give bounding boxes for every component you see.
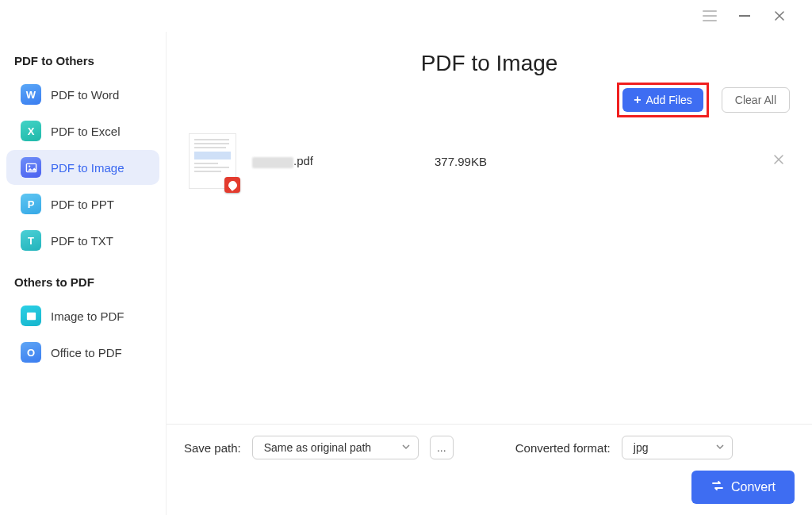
svg-point-1 (29, 165, 30, 167)
sidebar-section-others-to-pdf: Others to PDF (0, 269, 166, 297)
add-files-label: Add Files (646, 94, 692, 106)
image-icon (21, 306, 41, 326)
excel-icon: X (21, 121, 41, 141)
file-thumbnail (189, 133, 236, 189)
sidebar-item-label: PDF to Excel (51, 125, 121, 138)
add-files-button[interactable]: + Add Files (622, 88, 703, 112)
page-title: PDF to Image (167, 51, 812, 76)
main-panel: PDF to Image + Add Files Clear All .pdf … (167, 32, 812, 515)
file-name: .pdf (252, 154, 435, 167)
file-row: .pdf 377.99KB (189, 129, 790, 203)
sidebar-item-pdf-to-excel[interactable]: X PDF to Excel (6, 113, 159, 148)
minimize-button[interactable] (736, 7, 753, 25)
txt-icon: T (21, 230, 41, 251)
remove-file-button[interactable] (768, 148, 790, 174)
file-list: .pdf 377.99KB (167, 122, 812, 424)
sidebar-item-label: Image to PDF (51, 309, 124, 323)
sidebar-item-pdf-to-ppt[interactable]: P PDF to PPT (6, 186, 159, 221)
add-files-highlight: + Add Files (617, 83, 709, 117)
sidebar-section-pdf-to-others: PDF to Others (0, 48, 166, 75)
sidebar-item-label: PDF to Image (51, 161, 124, 175)
office-icon: O (21, 342, 41, 363)
converted-format-label: Converted format: (515, 441, 611, 455)
sidebar-item-image-to-pdf[interactable]: Image to PDF (6, 298, 159, 333)
window-titlebar (0, 0, 812, 32)
sidebar-item-office-to-pdf[interactable]: O Office to PDF (6, 335, 159, 370)
menu-icon[interactable] (701, 7, 718, 25)
redacted-text (252, 157, 293, 168)
sidebar-item-pdf-to-image[interactable]: PDF to Image (6, 150, 159, 185)
sidebar-item-pdf-to-word[interactable]: W PDF to Word (6, 77, 159, 112)
pdf-badge-icon (224, 177, 240, 193)
convert-label: Convert (731, 480, 776, 494)
sidebar-item-label: Office to PDF (51, 346, 122, 359)
plus-icon: + (634, 94, 641, 106)
file-size: 377.99KB (435, 155, 487, 168)
sidebar-item-label: PDF to PPT (51, 198, 114, 211)
svg-rect-2 (26, 312, 35, 319)
footer: Save path: Same as original path ... Con… (167, 424, 812, 515)
sidebar-item-label: PDF to Word (51, 88, 119, 102)
ppt-icon: P (21, 194, 41, 214)
convert-button[interactable]: Convert (691, 471, 795, 504)
save-path-label: Save path: (184, 441, 241, 455)
sidebar-item-label: PDF to TXT (51, 234, 113, 248)
image-icon (21, 157, 41, 178)
format-select[interactable]: jpg (622, 436, 733, 459)
sidebar-item-pdf-to-txt[interactable]: T PDF to TXT (6, 223, 159, 258)
clear-all-button[interactable]: Clear All (722, 87, 790, 113)
close-window-button[interactable] (771, 7, 788, 25)
sidebar: PDF to Others W PDF to Word X PDF to Exc… (0, 32, 167, 515)
convert-icon (710, 478, 725, 496)
save-path-select[interactable]: Same as original path (252, 436, 419, 459)
browse-path-button[interactable]: ... (430, 436, 454, 459)
word-icon: W (21, 84, 41, 105)
